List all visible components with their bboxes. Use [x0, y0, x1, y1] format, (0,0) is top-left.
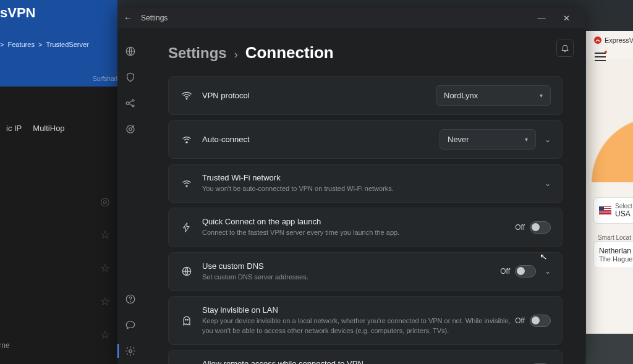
expressvpn-brand: ExpressVPN [593, 36, 633, 44]
protocol-select[interactable]: NordLynx ▾ [436, 85, 551, 106]
row-title: VPN protocol [202, 91, 436, 100]
lightning-icon [180, 222, 193, 233]
right-location-card[interactable]: Select USA [593, 197, 633, 224]
bg-right-text1: Did yo [606, 307, 633, 313]
svg-point-9 [129, 350, 132, 353]
svg-point-4 [132, 105, 134, 107]
svg-point-2 [126, 102, 129, 105]
back-button[interactable]: ← [124, 13, 132, 23]
wifi-icon [180, 133, 193, 146]
background-dark-sidebar: ic IPMultiHop ◎ ☆ ☆ ☆ ☆ ☆ [0, 87, 117, 364]
row-title: Auto-connect [202, 135, 440, 144]
bg-right-arc [586, 59, 633, 182]
row-trusted-wifi: Trusted Wi-Fi network You won't be auto-… [168, 164, 563, 203]
autoconnect-select[interactable]: Never ▾ [440, 129, 536, 150]
row-custom-dns: Use custom DNS Set custom DNS server add… [168, 252, 563, 291]
row-title: Stay invisible on LAN [202, 305, 515, 315]
row-auto-connect: Auto-connect Never ▾ ⌄ [168, 120, 563, 159]
row-desc: Keep your device invisible on a local ne… [202, 316, 515, 336]
target-icon: ◎ [100, 195, 110, 208]
hamburger-icon[interactable] [595, 53, 606, 61]
row-desc: You won't be auto-connected to VPN on tr… [202, 184, 536, 193]
dns-icon [180, 265, 193, 277]
bg-logo-text: sVPN [0, 5, 35, 21]
smart-location-label: Smart Locat [598, 234, 631, 241]
bg-breadcrumb: > Features > TrustedServer [0, 41, 91, 48]
titlebar: ← Settings — ✕ [117, 7, 585, 28]
star-icon: ☆ [100, 362, 110, 364]
expand-chevron[interactable]: ⌄ [545, 179, 551, 188]
row-remote-access: Allow remote access while connected to V… [168, 350, 563, 364]
breadcrumb-level2: Connection [245, 43, 334, 62]
svg-point-12 [186, 185, 187, 187]
sidebar-target-icon[interactable] [117, 116, 143, 142]
bg-dark-tabs: ic IPMultiHop [6, 124, 76, 133]
row-vpn-protocol: VPN protocol NordLynx ▾ [168, 76, 563, 115]
sidebar-settings-icon[interactable] [117, 338, 143, 364]
sidebar-general-icon[interactable] [117, 38, 143, 64]
star-icon: ☆ [100, 228, 110, 242]
bg-star-column: ◎ ☆ ☆ ☆ ☆ ☆ [100, 195, 110, 364]
bg-right-dark [586, 334, 633, 364]
star-icon: ☆ [100, 328, 110, 342]
chevron-down-icon: ▾ [540, 92, 543, 99]
minimize-button[interactable]: — [529, 14, 554, 23]
right-location-card-2[interactable]: Netherlan The Hague [593, 241, 633, 268]
svg-point-3 [132, 99, 134, 101]
svg-point-11 [186, 142, 187, 143]
custom-dns-toggle[interactable]: Off [500, 265, 536, 277]
us-flag-icon [599, 206, 611, 215]
row-title: Allow remote access while connected to V… [202, 359, 515, 364]
wifi-check-icon [180, 177, 193, 190]
svg-point-14 [185, 319, 187, 320]
svg-point-15 [187, 319, 189, 320]
chevron-down-icon: ▾ [525, 136, 528, 143]
star-icon: ☆ [100, 261, 110, 275]
row-desc: Connect to the fastest VPN server every … [202, 228, 515, 237]
breadcrumb: Settings › Connection [168, 43, 563, 62]
sidebar-shield-icon[interactable] [117, 64, 143, 90]
expand-chevron[interactable]: ⌄ [545, 267, 551, 276]
close-button[interactable]: ✕ [554, 14, 579, 23]
svg-point-10 [186, 98, 187, 99]
chevron-right-icon: › [234, 48, 238, 61]
ghost-icon [180, 315, 193, 327]
lan-toggle[interactable]: Off [515, 315, 551, 327]
settings-window: ← Settings — ✕ [117, 7, 585, 364]
svg-point-6 [129, 128, 132, 131]
sidebar-help-icon[interactable] [117, 286, 143, 312]
sidebar-connection-icon[interactable] [117, 90, 143, 116]
wifi-signal-icon [180, 90, 193, 102]
settings-content: Settings › Connection VPN protocol NordL… [143, 28, 585, 364]
bg-right-text2: Expr [606, 313, 633, 320]
star-icon: ☆ [100, 295, 110, 308]
bg-text-truncated: ourne [0, 341, 10, 350]
row-invisible-lan: Stay invisible on LAN Keep your device i… [168, 296, 563, 345]
expand-chevron[interactable]: ⌄ [545, 135, 551, 144]
sidebar-feedback-icon[interactable] [117, 312, 143, 338]
row-desc: Set custom DNS server addresses. [202, 273, 500, 282]
breadcrumb-level1[interactable]: Settings [168, 44, 227, 62]
row-quick-connect: Quick Connect on the app launch Connect … [168, 208, 563, 247]
bg-surfshark-label: Surfshark [93, 75, 119, 82]
row-title: Trusted Wi-Fi network [202, 173, 536, 182]
sidebar-rail [117, 28, 143, 364]
notifications-button[interactable] [556, 40, 574, 57]
quick-connect-toggle[interactable]: Off [515, 221, 551, 234]
row-title: Use custom DNS [202, 261, 500, 271]
row-title: Quick Connect on the app launch [202, 217, 515, 226]
svg-point-8 [130, 301, 131, 302]
window-title: Settings [141, 14, 168, 22]
